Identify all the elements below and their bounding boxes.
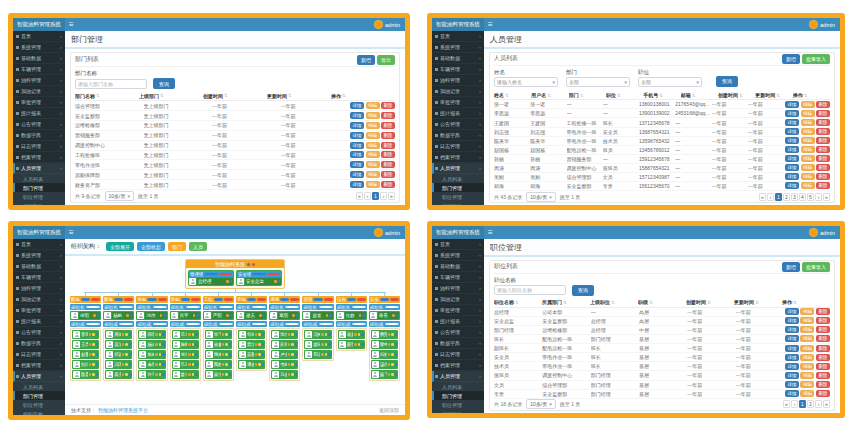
member-node[interactable]: 施航 bbox=[172, 340, 199, 349]
member-node[interactable]: 汤浩 bbox=[371, 360, 398, 369]
sidebar-item[interactable]: 车辆管理 › bbox=[432, 272, 484, 283]
delete-button[interactable]: 删除 bbox=[381, 151, 395, 158]
sidebar-item[interactable]: 基础数据 › bbox=[13, 261, 65, 272]
edit-button[interactable]: 编辑 bbox=[800, 354, 814, 361]
filter-input[interactable] bbox=[494, 285, 566, 295]
member-node[interactable]: 冯鸣 bbox=[304, 330, 331, 339]
sidebar-subitem[interactable]: 人员列表 bbox=[13, 174, 65, 183]
view-button[interactable]: 详情 bbox=[785, 173, 799, 180]
menu-toggle-icon[interactable]: ≡ bbox=[69, 229, 74, 237]
sidebar-item[interactable]: 系统管理 › bbox=[13, 250, 65, 261]
member-node[interactable]: 朱峰 bbox=[138, 350, 165, 359]
legend-chip[interactable]: 全部展开 bbox=[106, 242, 134, 251]
view-button[interactable]: 详情 bbox=[785, 372, 799, 379]
sort-icon[interactable]: ⇅ bbox=[563, 300, 567, 305]
member-node[interactable]: 郝建 bbox=[304, 340, 331, 349]
edit-button[interactable]: 编辑 bbox=[366, 122, 380, 129]
edit-button[interactable]: 编辑 bbox=[366, 161, 380, 168]
filter-input[interactable] bbox=[75, 79, 147, 89]
view-button[interactable]: 详情 bbox=[785, 128, 799, 135]
sort-icon[interactable]: ⇅ bbox=[617, 93, 621, 98]
sort-icon[interactable]: ⇅ bbox=[707, 300, 711, 305]
member-node[interactable]: 窦文 bbox=[238, 340, 265, 349]
panel-button[interactable]: 新增 bbox=[782, 262, 800, 272]
username[interactable]: admin bbox=[385, 230, 400, 236]
page-button[interactable]: › bbox=[815, 400, 822, 408]
expand-icon[interactable] bbox=[247, 263, 250, 266]
view-button[interactable]: 详情 bbox=[350, 151, 364, 158]
sidebar-item[interactable]: 人员管理 › 人员列表部门管理职位管理组织架构 bbox=[432, 371, 484, 413]
group-node[interactable]: 班组长 bbox=[302, 304, 333, 310]
sidebar-item[interactable]: 油料管理 › bbox=[13, 283, 65, 294]
department-node[interactable]: 配电运检一班 bbox=[70, 296, 101, 303]
member-node[interactable]: 吕方 bbox=[172, 330, 199, 339]
view-button[interactable]: 详情 bbox=[785, 146, 799, 153]
org-root-group[interactable]: 管理团队 总经理 bbox=[188, 270, 234, 286]
page-size-select[interactable]: 10条/页▾ bbox=[105, 191, 134, 201]
page-button[interactable]: › bbox=[380, 192, 387, 200]
sidebar-item[interactable]: 加油记录 › bbox=[432, 294, 484, 305]
sort-icon[interactable]: ⇅ bbox=[739, 93, 743, 98]
sidebar-item[interactable]: 车辆管理 › bbox=[13, 272, 65, 283]
member-node[interactable]: 倪虹 bbox=[371, 350, 398, 359]
edit-button[interactable]: 编辑 bbox=[800, 335, 814, 342]
sidebar-item[interactable]: 数据字典 › bbox=[13, 338, 65, 349]
delete-button[interactable]: 删除 bbox=[381, 122, 395, 129]
sidebar-item[interactable]: 档案管理 › bbox=[432, 360, 484, 371]
edit-button[interactable]: 编辑 bbox=[366, 171, 380, 178]
sort-icon[interactable]: ⇅ bbox=[793, 300, 797, 305]
group-node[interactable]: 班组成员 bbox=[302, 321, 333, 327]
group-node[interactable]: 班组长 bbox=[336, 304, 367, 310]
page-button[interactable]: 3 bbox=[791, 193, 798, 201]
member-node[interactable]: 韦峰 bbox=[271, 360, 298, 369]
sort-icon[interactable]: ⇅ bbox=[659, 93, 663, 98]
sidebar-item[interactable]: 审批管理 › bbox=[13, 305, 65, 316]
department-node[interactable]: 变电运维班 bbox=[236, 296, 267, 303]
view-button[interactable]: 详情 bbox=[785, 317, 799, 324]
delete-button[interactable]: 删除 bbox=[381, 181, 395, 188]
member-node[interactable]: 邹凯 bbox=[238, 330, 265, 339]
leader-node[interactable]: 苗青 bbox=[302, 311, 333, 320]
sidebar-item[interactable]: 车辆管理 › bbox=[13, 64, 65, 75]
leader-node[interactable]: 沈伟 bbox=[136, 311, 167, 320]
delete-button[interactable]: 删除 bbox=[816, 164, 830, 171]
sort-icon[interactable]: ⇅ bbox=[755, 300, 759, 305]
search-button[interactable]: 查询 bbox=[716, 76, 738, 87]
search-button[interactable]: 查询 bbox=[153, 78, 175, 89]
sort-icon[interactable]: ⇅ bbox=[96, 93, 100, 98]
edit-button[interactable]: 编辑 bbox=[801, 137, 815, 144]
legend-chip[interactable]: 全部收起 bbox=[137, 242, 165, 251]
member-node[interactable]: 孔亮 bbox=[172, 360, 199, 369]
member-node[interactable]: 赵鹏 bbox=[72, 350, 99, 359]
sort-icon[interactable]: ⇅ bbox=[776, 93, 780, 98]
member-node[interactable]: 李强 bbox=[72, 330, 99, 339]
member-node[interactable]: 陶然 bbox=[205, 360, 232, 369]
member-node[interactable]: 袁媛 bbox=[338, 330, 365, 339]
group-node[interactable]: 班组长 bbox=[103, 304, 134, 310]
page-button[interactable]: ‹ bbox=[364, 192, 371, 200]
group-node[interactable]: 班组成员 bbox=[369, 321, 400, 327]
edit-button[interactable]: 编辑 bbox=[801, 110, 815, 117]
sidebar-subitem[interactable]: 人员列表 bbox=[432, 382, 484, 391]
footer-link[interactable]: 智能油料管理系统平台 bbox=[98, 407, 148, 413]
member-node[interactable]: 刘洋 bbox=[72, 360, 99, 369]
group-node[interactable]: 班组成员 bbox=[336, 321, 367, 327]
member-node[interactable]: 雷鸣 bbox=[371, 340, 398, 349]
delete-button[interactable]: 删除 bbox=[816, 182, 830, 189]
sidebar-item[interactable]: 日志管理 › bbox=[13, 349, 65, 360]
delete-button[interactable]: 删除 bbox=[816, 326, 830, 333]
sidebar-subitem[interactable]: 人员列表 bbox=[432, 174, 484, 183]
group-node[interactable]: 班组成员 bbox=[236, 321, 267, 327]
member-node[interactable]: 冯军 bbox=[105, 360, 132, 369]
view-button[interactable]: 详情 bbox=[350, 102, 364, 109]
member-node[interactable]: 王磊 bbox=[72, 340, 99, 349]
sidebar-item[interactable]: 档案管理 › bbox=[13, 152, 65, 163]
group-node[interactable]: 班组长 bbox=[136, 304, 167, 310]
delete-button[interactable]: 删除 bbox=[816, 308, 830, 315]
sort-icon[interactable]: ⇅ bbox=[515, 300, 519, 305]
leader-node[interactable]: 杨帆 bbox=[103, 311, 134, 320]
edit-button[interactable]: 编辑 bbox=[801, 164, 815, 171]
view-button[interactable]: 详情 bbox=[785, 119, 799, 126]
delete-button[interactable]: 删除 bbox=[381, 142, 395, 149]
sort-icon[interactable]: ⇅ bbox=[160, 93, 164, 98]
